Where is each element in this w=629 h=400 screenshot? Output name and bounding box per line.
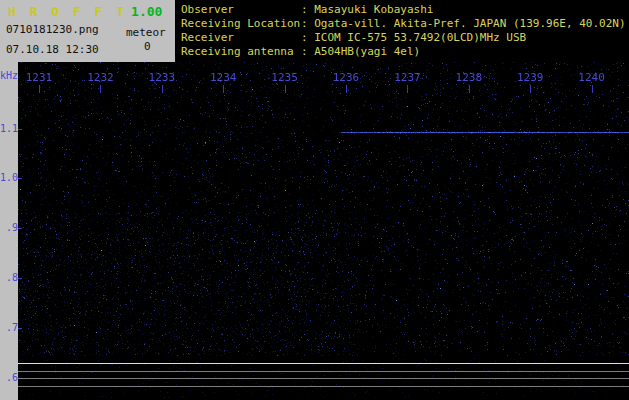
frequency-tick-label: .8	[0, 272, 18, 284]
header-left-panel: H R O F F T1.00 0710181230.png meteor 0 …	[0, 0, 175, 62]
frequency-axis: kHz1.11.0.9.8.7.6	[0, 62, 18, 400]
station-info-label: Receiver	[181, 31, 301, 45]
station-info-value: : Ogata-vill. Akita-Pref. JAPAN (139.96E…	[301, 17, 626, 30]
frequency-unit-label: kHz	[0, 70, 18, 82]
time-tick-label: 1235	[271, 71, 298, 84]
frequency-tick-mark	[18, 178, 22, 179]
app-version: 1.00	[131, 4, 162, 19]
time-tick-mark	[469, 85, 470, 93]
station-info-panel: Observer: Masayuki KobayashiReceiving Lo…	[175, 0, 629, 62]
station-info-label: Receiving Location	[181, 17, 301, 31]
frequency-tick-mark	[18, 278, 22, 279]
time-tick-label: 1232	[87, 71, 114, 84]
app-title-row: H R O F F T1.00	[8, 4, 162, 19]
time-tick-mark	[162, 85, 163, 93]
time-tick-mark	[592, 85, 593, 93]
meteor-count: 0	[144, 40, 151, 53]
level-gridline	[18, 371, 629, 372]
time-tick-mark	[530, 85, 531, 93]
time-tick-label: 1234	[210, 71, 237, 84]
time-tick-mark	[223, 85, 224, 93]
time-tick-label: 1236	[333, 71, 360, 84]
frequency-tick-mark	[18, 328, 22, 329]
time-tick-label: 1233	[149, 71, 176, 84]
frequency-tick-label: .6	[0, 372, 18, 384]
frequency-tick-label: .9	[0, 222, 18, 234]
time-tick-label: 1240	[578, 71, 605, 84]
time-tick-mark	[39, 85, 40, 93]
station-info-label: Observer	[181, 3, 301, 17]
station-info-value: : A504HB(yagi 4el)	[301, 45, 420, 58]
hrofft-window: H R O F F T1.00 0710181230.png meteor 0 …	[0, 0, 629, 400]
time-tick-mark	[407, 85, 408, 93]
signal-level-trace	[18, 363, 629, 364]
station-info-row: Receiving antenna: A504HB(yagi 4el)	[181, 45, 629, 59]
frequency-tick-mark	[18, 228, 22, 229]
time-tick-mark	[285, 85, 286, 93]
spectrogram-plot: 1231123212331234123512361237123812391240	[18, 62, 629, 400]
frequency-tick-label: .7	[0, 322, 18, 334]
time-tick-label: 1238	[456, 71, 483, 84]
frequency-tick-mark	[18, 129, 22, 130]
app-title: H R O F F T	[8, 4, 127, 19]
station-info-label: Receiving antenna	[181, 45, 301, 59]
time-tick-mark	[100, 85, 101, 93]
time-tick-label: 1231	[26, 71, 53, 84]
time-tick-mark	[346, 85, 347, 93]
output-filename: 0710181230.png	[6, 23, 99, 36]
time-tick-label: 1237	[394, 71, 421, 84]
station-info-value: : ICOM IC-575 53.7492(0LCD)MHz USB	[301, 31, 526, 44]
level-gridline	[18, 378, 629, 379]
frequency-tick-label: 1.0	[0, 172, 18, 184]
level-gridline	[18, 386, 629, 387]
timestamp: 07.10.18 12:30	[6, 43, 99, 56]
station-info-row: Observer: Masayuki Kobayashi	[181, 3, 629, 17]
station-info-value: : Masayuki Kobayashi	[301, 3, 433, 16]
frequency-tick-label: 1.1	[0, 123, 18, 135]
spectrogram-canvas	[18, 62, 629, 400]
mode-label: meteor	[126, 26, 166, 39]
station-info-row: Receiving Location: Ogata-vill. Akita-Pr…	[181, 17, 629, 31]
time-tick-label: 1239	[517, 71, 544, 84]
station-info-row: Receiver: ICOM IC-575 53.7492(0LCD)MHz U…	[181, 31, 629, 45]
